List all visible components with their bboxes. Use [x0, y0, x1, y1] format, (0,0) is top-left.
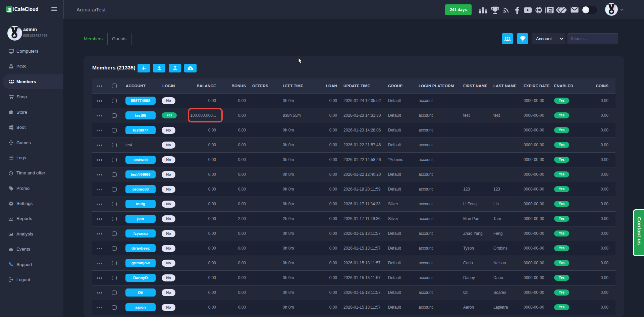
- svg-text:PLATINUM: PLATINUM: [607, 4, 616, 6]
- svg-text:PLATINUM: PLATINUM: [9, 27, 20, 29]
